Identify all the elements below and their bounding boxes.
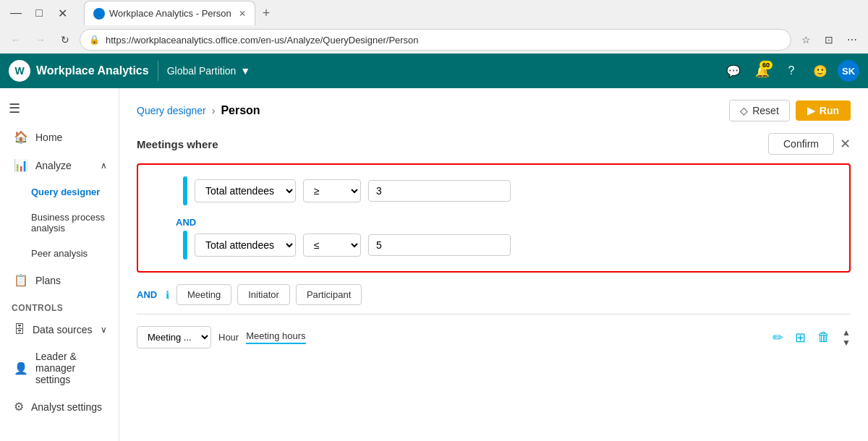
sidebar-item-analyze[interactable]: 📊 Analyze ∧: [0, 151, 119, 179]
sidebar-home-label: Home: [35, 132, 62, 143]
data-sources-chevron-icon: ∨: [101, 325, 107, 335]
sidebar-controls-label: Controls: [12, 303, 63, 313]
sidebar-item-business-process[interactable]: Business process analysis: [0, 205, 119, 241]
filter-container: Total attendees Duration Subject ≥ ≤ = A…: [137, 163, 851, 273]
metric-move-up-btn[interactable]: ▲: [842, 328, 851, 337]
partition-label: Global Partition: [167, 65, 237, 77]
section-actions: Confirm ✕: [768, 133, 851, 155]
notification-btn[interactable]: 🔔 60: [751, 59, 774, 82]
metric-granularity: Hour: [218, 332, 239, 343]
back-button[interactable]: ←: [6, 30, 26, 50]
copy-metric-btn[interactable]: ⊞: [795, 328, 806, 347]
metric-select-wrap: Meeting ...: [137, 326, 211, 348]
chat-icon-btn[interactable]: 💬: [722, 59, 745, 82]
app-header: W Workplace Analytics Global Partition ▼…: [0, 53, 868, 88]
reset-button[interactable]: ◇ Reset: [729, 100, 790, 121]
favorites-icon[interactable]: ☆: [796, 30, 816, 50]
breadcrumb: Query designer › Person: [137, 104, 260, 117]
participant-filter-btn[interactable]: Participant: [296, 284, 362, 305]
sidebar-item-peer-analysis[interactable]: Peer analysis: [0, 241, 119, 266]
sidebar-item-home[interactable]: 🏠 Home: [0, 123, 119, 151]
tab-close-icon[interactable]: ✕: [239, 9, 246, 19]
sidebar-item-plans[interactable]: 📋 Plans: [0, 266, 119, 294]
sidebar-item-data-sources[interactable]: 🗄 Data sources ∨: [0, 316, 119, 343]
logo-letter: W: [14, 65, 24, 77]
confirm-button[interactable]: Confirm: [768, 133, 834, 155]
help-btn[interactable]: ?: [780, 59, 803, 82]
sidebar-item-analyst-settings[interactable]: ⚙ Analyst settings: [0, 393, 119, 421]
home-icon: 🏠: [14, 130, 28, 144]
info-icon[interactable]: ℹ: [166, 289, 169, 301]
new-tab-button[interactable]: +: [257, 6, 276, 21]
sidebar-analyst-settings-label: Analyst settings: [31, 401, 102, 413]
sidebar-leader-manager-label: Leader & manager settings: [35, 351, 107, 385]
logo-icon: W: [9, 60, 30, 82]
run-button[interactable]: ▶ Run: [796, 100, 851, 121]
operator-select-1[interactable]: ≥ ≤ =: [303, 179, 361, 202]
browser-addressbar: ← → ↻ 🔒 https://workplaceanalytics.offic…: [0, 26, 868, 53]
sidebar-query-designer-label: Query designer: [31, 187, 100, 197]
main-layout: ☰ 🏠 Home 📊 Analyze ∧ Query designer Busi…: [0, 88, 868, 441]
refresh-button[interactable]: ↻: [55, 30, 75, 50]
sidebar-analyze-label: Analyze: [35, 160, 72, 171]
filter-row-2: Total attendees Duration ≤ ≥ =: [150, 231, 838, 260]
metric-name: Meeting hours: [246, 330, 305, 344]
close-section-button[interactable]: ✕: [840, 136, 851, 152]
app-logo: W Workplace Analytics: [9, 60, 149, 82]
value-input-1[interactable]: [368, 180, 511, 202]
metric-select[interactable]: Meeting ...: [137, 326, 211, 348]
smiley-icon-btn[interactable]: 🙂: [809, 59, 832, 82]
url-text: https://workplaceanalytics.office.com/en…: [106, 35, 419, 46]
metric-move-down-btn[interactable]: ▼: [842, 338, 851, 347]
browser-tabs: Workplace Analytics - Person ✕ +: [78, 1, 281, 25]
sidebar-section-controls: Controls: [0, 294, 119, 316]
and-add-row: AND ℹ Meeting Initiator Participant: [137, 284, 851, 305]
avatar[interactable]: SK: [838, 60, 859, 82]
and-separator: AND: [150, 214, 838, 231]
close-btn[interactable]: ✕: [52, 3, 72, 23]
content-area: Query designer › Person ◇ Reset ▶ Run: [119, 88, 868, 441]
value-input-2[interactable]: [368, 234, 511, 256]
content-inner: Query designer › Person ◇ Reset ▶ Run: [119, 88, 868, 366]
run-label: Run: [820, 105, 839, 116]
metrics-row: Meeting ... Hour Meeting hours ✏ ⊞ 🗑 ▲ ▼: [137, 320, 851, 354]
attribute-select-1[interactable]: Total attendees Duration Subject: [195, 179, 296, 202]
header-divider: [158, 61, 158, 81]
edit-metric-btn[interactable]: ✏: [773, 328, 783, 347]
reset-label: Reset: [752, 105, 779, 116]
initiator-filter-btn[interactable]: Initiator: [237, 284, 290, 305]
sidebar-menu-btn[interactable]: ☰: [0, 94, 29, 123]
more-menu-btn[interactable]: ⋯: [842, 30, 862, 50]
delete-metric-btn[interactable]: 🗑: [817, 328, 830, 347]
metric-icons: ✏ ⊞ 🗑 ▲ ▼: [773, 328, 851, 347]
filter-bar-2: [183, 231, 187, 260]
filter-row-1: Total attendees Duration Subject ≥ ≤ =: [150, 176, 838, 205]
breadcrumb-current: Person: [221, 104, 260, 117]
page-header: Query designer › Person ◇ Reset ▶ Run: [137, 100, 851, 121]
tab-favicon: [93, 8, 105, 20]
browser-chrome: — □ ✕ Workplace Analytics - Person ✕ + ←…: [0, 0, 868, 53]
reset-icon: ◇: [740, 105, 748, 116]
partition-selector[interactable]: Global Partition ▼: [167, 65, 251, 77]
operator-select-2[interactable]: ≤ ≥ =: [303, 234, 361, 257]
add-filter-btns: Meeting Initiator Participant: [176, 284, 362, 305]
forward-button[interactable]: →: [30, 30, 51, 50]
active-tab[interactable]: Workplace Analytics - Person ✕: [84, 1, 255, 25]
lock-icon: 🔒: [89, 35, 100, 45]
meeting-filter-btn[interactable]: Meeting: [176, 284, 231, 305]
page-actions: ◇ Reset ▶ Run: [729, 100, 851, 121]
notification-badge: 60: [760, 61, 773, 69]
minimize-btn[interactable]: —: [6, 3, 26, 23]
maximize-btn[interactable]: □: [29, 3, 49, 23]
partition-chevron-icon: ▼: [240, 65, 250, 77]
attribute-select-2[interactable]: Total attendees Duration: [195, 234, 296, 257]
sidebar-item-leader-manager[interactable]: 👤 Leader & manager settings: [0, 343, 119, 393]
meetings-section-title: Meetings where: [137, 138, 218, 150]
plans-icon: 📋: [14, 273, 28, 287]
sidebar-item-query-designer[interactable]: Query designer: [0, 179, 119, 205]
breadcrumb-parent[interactable]: Query designer: [137, 105, 206, 116]
collections-icon[interactable]: ⊡: [819, 30, 839, 50]
avatar-initials: SK: [842, 66, 855, 77]
meetings-section-header: Meetings where Confirm ✕: [137, 133, 851, 155]
address-bar[interactable]: 🔒 https://workplaceanalytics.office.com/…: [80, 29, 791, 51]
